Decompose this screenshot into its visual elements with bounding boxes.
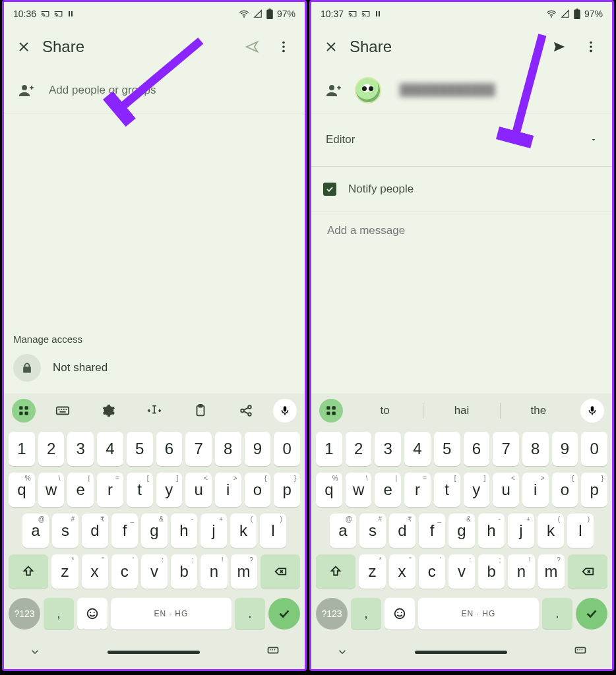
suggestion-2[interactable]: hai [423, 404, 499, 417]
chevron-down-icon[interactable] [29, 646, 41, 658]
send-button[interactable] [543, 31, 575, 63]
key-8[interactable]: 8 [522, 432, 549, 466]
key-q[interactable]: q% [9, 473, 35, 507]
chevron-down-icon[interactable] [336, 646, 348, 658]
key-6[interactable]: 6 [464, 432, 490, 466]
key-k[interactable]: k( [230, 514, 257, 548]
key-c[interactable]: c' [419, 554, 445, 589]
key-a[interactable]: a@ [22, 514, 49, 548]
suggestion-3[interactable]: the [501, 404, 576, 417]
key-r[interactable]: r= [97, 473, 123, 507]
send-button[interactable] [236, 31, 268, 63]
key-j[interactable]: j+ [508, 514, 534, 548]
key-3[interactable]: 3 [375, 432, 401, 466]
key-,[interactable]: , [351, 598, 381, 630]
key-7[interactable]: 7 [185, 432, 212, 466]
kb-share-icon[interactable] [223, 394, 269, 428]
key-z[interactable]: z* [359, 554, 385, 589]
key-l[interactable]: l) [567, 514, 594, 548]
key-w[interactable]: w\ [346, 473, 372, 507]
kb-apps-icon[interactable] [319, 399, 343, 423]
key-done[interactable] [576, 598, 607, 630]
key-?123[interactable]: ?123 [316, 598, 348, 630]
key-w[interactable]: w\ [38, 473, 65, 507]
key-5[interactable]: 5 [434, 432, 460, 466]
key-m[interactable]: m? [231, 554, 257, 589]
key-p[interactable]: p} [274, 473, 300, 507]
key-,[interactable]: , [44, 598, 74, 630]
key-u[interactable]: u< [493, 473, 519, 507]
keyboard-hide-icon[interactable] [574, 645, 587, 659]
suggestion-1[interactable]: to [347, 404, 423, 417]
key-h[interactable]: h- [478, 514, 505, 548]
key-k[interactable]: k( [538, 514, 564, 548]
key-fn wide[interactable] [568, 554, 607, 589]
key-x[interactable]: x" [82, 554, 108, 589]
key-4[interactable]: 4 [97, 432, 123, 466]
kb-keyboard-icon[interactable] [40, 394, 86, 428]
key-y[interactable]: y] [464, 473, 490, 507]
key-1[interactable]: 1 [316, 432, 342, 466]
key-EN · HG[interactable]: EN · HG [418, 598, 539, 630]
key-m[interactable]: m? [538, 554, 565, 589]
key-p[interactable]: p} [581, 473, 607, 507]
key-2[interactable]: 2 [346, 432, 372, 466]
soft-keyboard[interactable]: to hai the 1234567890q%w\e|r=t[y]u<i>o{p… [311, 394, 612, 669]
key-fn wide[interactable] [261, 554, 300, 589]
key-b[interactable]: b; [478, 554, 505, 589]
key-fn wide[interactable] [9, 554, 48, 589]
close-button[interactable] [315, 31, 347, 63]
key-i[interactable]: i> [522, 473, 549, 507]
overflow-button[interactable] [268, 31, 299, 63]
key-fn wide[interactable] [316, 554, 355, 589]
key-7[interactable]: 7 [493, 432, 519, 466]
key-f[interactable]: f_ [111, 514, 138, 548]
key-e[interactable]: e| [375, 473, 401, 507]
key-0[interactable]: 0 [274, 432, 300, 466]
key-t[interactable]: t[ [434, 473, 460, 507]
key-3[interactable]: 3 [67, 432, 94, 466]
kb-voice-icon[interactable] [273, 399, 297, 423]
soft-keyboard[interactable]: 1234567890q%w\e|r=t[y]u<i>o{p}a@s#d₹f_g&… [4, 394, 305, 669]
role-select[interactable]: Editor [311, 113, 612, 167]
key-l[interactable]: l) [260, 514, 286, 548]
key-b[interactable]: b; [171, 554, 197, 589]
kb-clipboard-icon[interactable] [177, 394, 224, 428]
key-a[interactable]: a@ [330, 514, 356, 548]
close-button[interactable] [8, 31, 40, 63]
access-state-row[interactable]: Not shared [4, 350, 305, 394]
key-?123[interactable]: ?123 [9, 598, 40, 630]
notify-row[interactable]: Notify people [311, 167, 612, 212]
message-row[interactable] [311, 212, 612, 252]
key-o[interactable]: o{ [552, 473, 578, 507]
key-d[interactable]: d₹ [82, 514, 108, 548]
key-s[interactable]: s# [52, 514, 78, 548]
key-j[interactable]: j+ [200, 514, 227, 548]
key-i[interactable]: i> [215, 473, 241, 507]
message-input[interactable] [326, 223, 600, 239]
recipient-row[interactable]: ████████████ [311, 68, 612, 113]
keyboard-hide-icon[interactable] [266, 645, 280, 659]
notify-checkbox[interactable] [323, 183, 336, 196]
key-v[interactable]: v: [448, 554, 475, 589]
key-f[interactable]: f_ [419, 514, 445, 548]
kb-textselect-icon[interactable] [131, 394, 177, 428]
key-1[interactable]: 1 [9, 432, 35, 466]
key-h[interactable]: h- [171, 514, 197, 548]
key-[interactable] [77, 598, 108, 630]
key-t[interactable]: t[ [127, 473, 153, 507]
key-4[interactable]: 4 [404, 432, 431, 466]
key-.[interactable]: . [235, 598, 265, 630]
key-g[interactable]: g& [141, 514, 168, 548]
kb-apps-icon[interactable] [12, 399, 36, 423]
key-EN · HG[interactable]: EN · HG [111, 598, 231, 630]
key-v[interactable]: v: [141, 554, 168, 589]
key-y[interactable]: y] [156, 473, 183, 507]
add-people-input[interactable] [47, 83, 293, 98]
key-[interactable] [385, 598, 415, 630]
overflow-button[interactable] [575, 31, 607, 63]
key-done[interactable] [268, 598, 300, 630]
key-2[interactable]: 2 [38, 432, 65, 466]
key-g[interactable]: g& [448, 514, 475, 548]
key-u[interactable]: u< [185, 473, 212, 507]
